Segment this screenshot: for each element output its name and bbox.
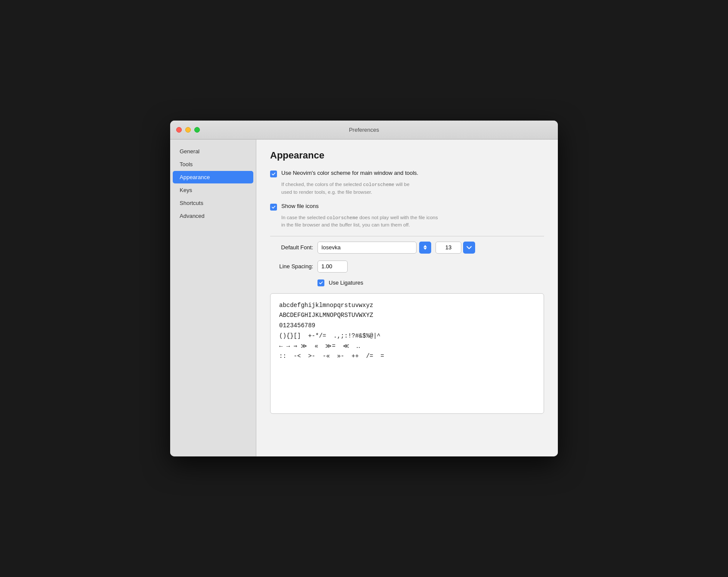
font-preview: abcdefghijklmnopqrstuvwxyz ABCDEFGHIJKLM…	[270, 293, 544, 414]
preview-line-6: :: -< >- -« »- ++ /= =	[279, 351, 535, 362]
font-input[interactable]	[317, 242, 417, 254]
color-scheme-label: Use Neovim's color scheme for main windo…	[281, 170, 418, 176]
color-scheme-checkbox[interactable]	[270, 171, 277, 177]
sidebar-item-tools[interactable]: Tools	[173, 158, 253, 171]
maximize-button[interactable]	[194, 127, 200, 133]
sidebar: General Tools Appearance Keys Shortcuts …	[170, 140, 256, 456]
font-size-input[interactable]	[436, 242, 461, 254]
font-stepper[interactable]	[419, 242, 431, 254]
ligatures-checkbox[interactable]	[317, 279, 324, 286]
preview-line-4: (){}[] +-*/= .,;:!?#&$%@|^	[279, 331, 535, 341]
preview-line-2: ABCDEFGHIJKLMNOPQRSTUVWXYZ	[279, 310, 535, 321]
file-icons-label: Show file icons	[281, 203, 319, 209]
line-spacing-row: Line Spacing:	[270, 261, 544, 273]
font-size-wrapper	[436, 242, 475, 254]
traffic-lights	[176, 127, 200, 133]
color-scheme-checkbox-row: Use Neovim's color scheme for main windo…	[270, 170, 544, 177]
preview-line-1: abcdefghijklmnopqrstuvwxyz	[279, 301, 535, 311]
file-icons-checkbox[interactable]	[270, 204, 277, 211]
preview-line-5: ← → ⇒ ≫ « ≫= ≪ ‥	[279, 341, 535, 352]
default-font-row: Default Font:	[270, 242, 544, 254]
font-select-wrapper	[317, 242, 431, 254]
sidebar-item-shortcuts[interactable]: Shortcuts	[173, 197, 253, 209]
default-font-label: Default Font:	[270, 244, 313, 251]
minimize-button[interactable]	[185, 127, 191, 133]
divider	[270, 236, 544, 236]
window-body: General Tools Appearance Keys Shortcuts …	[170, 140, 558, 456]
ligatures-row: Use Ligatures	[317, 279, 544, 286]
window-title: Preferences	[349, 127, 379, 133]
ligatures-label: Use Ligatures	[329, 279, 363, 286]
main-content: Appearance Use Neovim's color scheme for…	[256, 140, 558, 456]
preview-line-3: 0123456789	[279, 321, 535, 331]
sidebar-item-general[interactable]: General	[173, 145, 253, 158]
line-spacing-input[interactable]	[317, 261, 348, 273]
sidebar-item-keys[interactable]: Keys	[173, 184, 253, 196]
font-decrement-icon	[423, 248, 427, 250]
titlebar: Preferences	[170, 121, 558, 140]
preferences-window: Preferences General Tools Appearance Key…	[170, 121, 558, 456]
file-icons-checkbox-row: Show file icons	[270, 203, 544, 211]
line-spacing-label: Line Spacing:	[270, 263, 313, 270]
file-icons-description: In case the selected colorscheme does no…	[281, 214, 544, 229]
sidebar-item-appearance[interactable]: Appearance	[173, 171, 253, 183]
font-increment-icon	[423, 245, 427, 247]
font-size-dropdown-button[interactable]	[463, 242, 475, 254]
sidebar-item-advanced[interactable]: Advanced	[173, 210, 253, 222]
close-button[interactable]	[176, 127, 182, 133]
color-scheme-description: If checked, the colors of the selected c…	[281, 181, 544, 196]
page-title: Appearance	[270, 150, 544, 161]
